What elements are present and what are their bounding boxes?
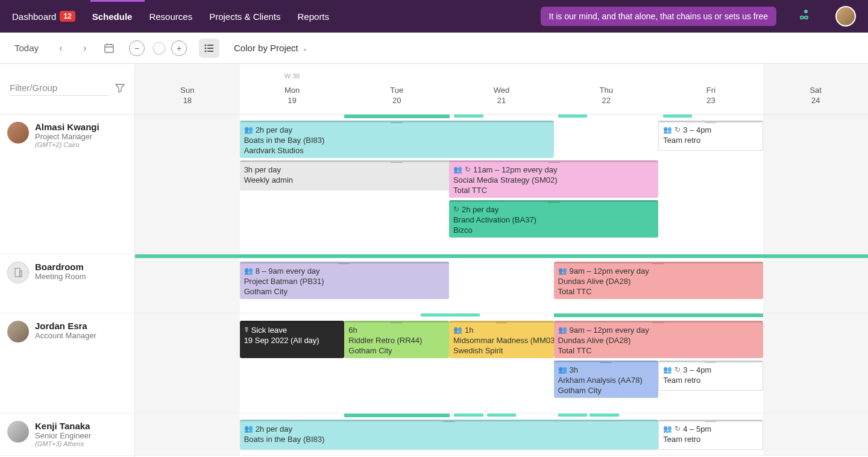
booking[interactable]: 👥↻3 – 4pm Team retro	[658, 361, 763, 391]
filter-input[interactable]: Filter/Group	[10, 83, 109, 96]
schedule-row: ☤Sick leave 19 Sep 2022 (All day) 6h Rid…	[135, 314, 868, 414]
resource-row[interactable]: Jordan Esra Account Manager	[0, 314, 134, 414]
resource-role: Senior Engineer	[35, 431, 91, 440]
recurring-icon: ↻	[675, 365, 681, 375]
zoom-slider[interactable]	[147, 40, 169, 56]
recurring-icon: ↻	[465, 165, 471, 175]
svg-point-5	[205, 44, 207, 46]
booking[interactable]: 👥↻4 – 5pm Team retro	[658, 420, 763, 450]
filter-icon[interactable]	[115, 83, 125, 95]
people-icon: 👥	[244, 424, 253, 434]
booking[interactable]: 👥9am – 12pm every day Dundas Alive (DA28…	[554, 262, 763, 299]
resource-name: Almasi Kwangi	[35, 122, 99, 132]
booking[interactable]: 👥8 – 9am every day Project Batman (PB31)…	[240, 262, 449, 299]
people-icon: 👥	[663, 424, 672, 434]
resource-role: Account Manager	[35, 331, 96, 340]
resource-row[interactable]: Almasi Kwangi Project Manager (GMT+2) Ca…	[0, 115, 134, 254]
svg-point-9	[205, 50, 207, 52]
avatar	[7, 321, 29, 342]
people-icon: 👥	[244, 125, 253, 135]
dashboard-badge: 12	[60, 11, 75, 22]
schedule-row: 👥2h per day Boats in the Bay (BI83) 👥↻4 …	[135, 414, 868, 456]
active-tab-accent	[90, 0, 145, 2]
resource-row[interactable]: Boardroom Meeting Room	[0, 254, 134, 314]
recurring-icon: ↻	[675, 424, 681, 434]
people-icon: 👥	[453, 165, 462, 175]
today-button[interactable]: Today	[14, 43, 39, 53]
schedule-row: 👥2h per day Boats in the Bay (BI83) Aard…	[135, 115, 868, 254]
booking[interactable]: 6h Riddler Retro (RR44) Gotham City	[344, 321, 449, 358]
resource-name: Jordan Esra	[35, 321, 96, 331]
svg-rect-10	[207, 51, 213, 52]
booking[interactable]: 👥↻3 – 4pm Team retro	[658, 121, 763, 151]
next-button[interactable]: ›	[77, 40, 93, 56]
resource-row[interactable]: Kenji Tanaka Senior Engineer (GMT+3) Ath…	[0, 414, 134, 456]
calendar-body[interactable]: 👥2h per day Boats in the Bay (BI83) Aard…	[135, 115, 868, 457]
booking[interactable]: ☤Sick leave 19 Sep 2022 (All day)	[240, 321, 345, 358]
zoom-out-button[interactable]: −	[129, 40, 145, 56]
calendar: Sun 18 W 38 Mon 19 Tue 20 Wed 21 Thu	[135, 64, 868, 457]
resource-tz: (GMT+2) Cairo	[35, 141, 99, 148]
svg-point-0	[804, 10, 808, 13]
color-by-dropdown[interactable]: Color by Project ⌄	[234, 43, 308, 53]
booking[interactable]: 👥9am – 12pm every day Dundas Alive (DA28…	[554, 321, 763, 358]
svg-rect-12	[20, 271, 22, 277]
resource-tz: (GMT+3) Athens	[35, 440, 91, 447]
week-label: W 38	[285, 72, 300, 80]
people-icon: 👥	[453, 325, 462, 335]
day-col-sun: Sun 18	[135, 64, 240, 114]
day-col-wed: Wed 21	[449, 64, 554, 114]
zoom-in-button[interactable]: +	[171, 40, 187, 56]
infinity-icon[interactable]	[798, 8, 814, 25]
color-by-label: Color by Project	[234, 43, 298, 53]
booking[interactable]: 👥1h Midsommar Madness (MM03) Swedish Spi…	[449, 321, 554, 358]
people-icon: 👥	[558, 325, 567, 335]
chevron-down-icon: ⌄	[302, 44, 308, 52]
booking[interactable]: 👥2h per day Boats in the Bay (BI83)	[240, 420, 659, 450]
nav-dashboard-label: Dashboard	[12, 11, 56, 22]
day-col-fri: Fri 23	[659, 64, 764, 114]
calendar-icon[interactable]	[101, 40, 117, 56]
booking[interactable]: ↻2h per day Brand Activation (BA37) Bizc…	[449, 200, 658, 238]
svg-rect-6	[207, 45, 213, 46]
recurring-icon: ↻	[453, 204, 459, 215]
booking[interactable]: 👥↻11am – 12pm every day Social Media Str…	[449, 160, 658, 198]
room-icon	[7, 262, 29, 283]
resource-name: Kenji Tanaka	[35, 421, 91, 431]
top-nav: Dashboard 12 Schedule Resources Projects…	[0, 0, 868, 33]
leave-icon: ☤	[244, 325, 249, 335]
booking[interactable]: 👥2h per day Boats in the Bay (BI83) Aard…	[240, 121, 554, 158]
nav-schedule[interactable]: Schedule	[92, 11, 133, 22]
avatar	[7, 421, 29, 443]
svg-rect-8	[207, 48, 213, 49]
nav-dashboard[interactable]: Dashboard 12	[12, 11, 75, 22]
quote-banner: It is our mind, and that alone, that cha…	[541, 7, 776, 26]
people-icon: 👥	[663, 125, 672, 135]
user-avatar[interactable]	[835, 6, 856, 27]
filter-row: Filter/Group	[0, 64, 134, 115]
resource-role: Meeting Room	[35, 272, 86, 281]
nav-reports[interactable]: Reports	[298, 11, 330, 22]
prev-button[interactable]: ‹	[53, 40, 69, 56]
people-icon: 👥	[558, 266, 567, 276]
list-toggle-button[interactable]	[199, 39, 219, 58]
sidebar: Filter/Group Almasi Kwangi Project Manag…	[0, 64, 135, 457]
svg-rect-11	[15, 268, 20, 277]
day-col-sat: Sat 24	[763, 64, 868, 114]
day-col-mon: W 38 Mon 19	[240, 64, 345, 114]
avatar	[7, 122, 29, 143]
day-col-thu: Thu 22	[554, 64, 659, 114]
day-col-tue: Tue 20	[344, 64, 449, 114]
resource-role: Project Manager	[35, 132, 99, 141]
resource-list: Almasi Kwangi Project Manager (GMT+2) Ca…	[0, 115, 134, 457]
booking[interactable]: 👥3h Arkham Analysis (AA78) Gotham City	[554, 361, 659, 398]
zoom-controls: − +	[129, 40, 187, 56]
people-icon: 👥	[244, 266, 253, 276]
nav-resources[interactable]: Resources	[149, 11, 192, 22]
calendar-header: Sun 18 W 38 Mon 19 Tue 20 Wed 21 Thu	[135, 64, 868, 115]
recurring-icon: ↻	[675, 125, 681, 135]
svg-rect-1	[105, 45, 113, 52]
people-icon: 👥	[558, 365, 567, 375]
toolbar: Today ‹ › − + Color by Project ⌄	[0, 33, 868, 64]
nav-projects[interactable]: Projects & Clients	[209, 11, 280, 22]
